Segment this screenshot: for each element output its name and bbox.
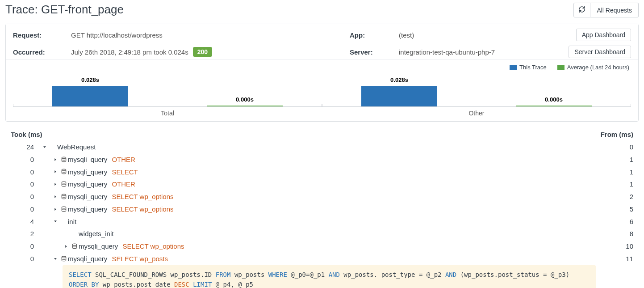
database-icon bbox=[60, 256, 68, 262]
trace-main: mysqli_querySELECT wp_options bbox=[40, 203, 598, 216]
trace-took: 24 bbox=[11, 141, 40, 153]
app-dashboard-label: App Dashboard bbox=[582, 31, 625, 38]
legend-swatch-blue bbox=[510, 65, 517, 70]
sql-token: @_p4, @_p5 bbox=[212, 281, 253, 288]
refresh-button[interactable] bbox=[573, 3, 590, 17]
trace-op-sql: OTHER bbox=[112, 178, 135, 191]
trace-took: 4 bbox=[11, 216, 40, 228]
chevron-down-icon[interactable] bbox=[51, 257, 60, 261]
sql-token: wp_posts.post_date bbox=[99, 281, 174, 288]
trace-op-name: mysqli_query bbox=[68, 153, 107, 166]
svg-point-6 bbox=[62, 256, 66, 258]
trace-op-name: mysqli_query bbox=[68, 178, 107, 191]
trace-took: 0 bbox=[11, 203, 40, 216]
svg-point-5 bbox=[72, 244, 76, 246]
page-title: Trace: GET-front_page bbox=[5, 3, 124, 17]
all-requests-button[interactable]: All Requests bbox=[590, 3, 639, 17]
trace-main: mysqli_querySELECT wp_options bbox=[40, 240, 598, 253]
sql-token: AND bbox=[329, 271, 340, 278]
chevron-right-icon[interactable] bbox=[51, 169, 60, 174]
chart-total: 0.028s 0.000s bbox=[13, 72, 322, 106]
status-badge: 200 bbox=[193, 47, 212, 57]
trace-op-name: mysqli_query bbox=[68, 166, 107, 178]
trace-main: init bbox=[40, 216, 598, 228]
sql-token: (wp_posts.post_status = @_p3) bbox=[456, 271, 569, 278]
sql-token: SQL_CALC_FOUND_ROWS wp_posts.ID bbox=[92, 271, 216, 278]
chart-other: 0.028s 0.000s bbox=[322, 72, 631, 106]
database-icon bbox=[60, 157, 68, 163]
occurred-value: July 26th 2018, 2:49:18 pm took 0.024s bbox=[71, 48, 188, 56]
trace-took: 0 bbox=[11, 240, 40, 253]
trace-from: 10 bbox=[598, 240, 633, 253]
chart-other-trace-bar bbox=[361, 86, 437, 106]
svg-point-0 bbox=[62, 157, 66, 159]
sql-token: wp_posts bbox=[230, 271, 268, 278]
chevron-right-icon[interactable] bbox=[51, 207, 60, 212]
request-label: Request: bbox=[13, 31, 71, 39]
sql-token: SELECT bbox=[69, 271, 92, 278]
chevron-right-icon[interactable] bbox=[51, 195, 60, 199]
trace-op-name: widgets_init bbox=[79, 228, 113, 240]
trace-took: 0 bbox=[11, 253, 40, 265]
trace-row[interactable]: 2widgets_init8 bbox=[11, 228, 633, 240]
sql-token: LIMIT bbox=[193, 281, 212, 288]
trace-op-name: mysqli_query bbox=[68, 191, 107, 203]
trace-row[interactable]: 0mysqli_queryOTHER1 bbox=[11, 153, 633, 166]
svg-point-3 bbox=[62, 194, 66, 196]
trace-main: WebRequest bbox=[40, 141, 598, 153]
chart-total-avg-label: 0.000s bbox=[236, 96, 254, 103]
trace-op-name: WebRequest bbox=[57, 141, 96, 153]
trace-took: 0 bbox=[11, 166, 40, 178]
chart-other-trace-label: 0.028s bbox=[390, 76, 408, 83]
chart-other-avg-label: 0.000s bbox=[545, 96, 563, 103]
chevron-right-icon[interactable] bbox=[51, 157, 60, 162]
server-dashboard-button[interactable]: Server Dashboard bbox=[569, 46, 631, 58]
chart-footer-total[interactable]: Total bbox=[13, 106, 322, 121]
server-value: integration-test-qa-ubuntu-php-7 bbox=[399, 48, 524, 56]
sql-token: FROM bbox=[216, 271, 231, 278]
trace-row[interactable]: 24WebRequest0 bbox=[11, 141, 633, 153]
server-dashboard-label: Server Dashboard bbox=[574, 48, 625, 55]
database-icon bbox=[60, 169, 68, 175]
trace-from: 0 bbox=[598, 141, 633, 153]
trace-row[interactable]: 0mysqli_querySELECT wp_options5 bbox=[11, 203, 633, 216]
sql-token: AND bbox=[445, 271, 456, 278]
svg-point-1 bbox=[62, 169, 66, 171]
trace-op-sql: OTHER bbox=[112, 153, 135, 166]
took-header: Took (ms) bbox=[11, 131, 42, 138]
sql-token: @_p0=@_p1 bbox=[287, 271, 329, 278]
trace-took: 0 bbox=[11, 178, 40, 191]
trace-op-sql: SELECT wp_posts bbox=[112, 253, 168, 265]
app-value: (test) bbox=[399, 31, 524, 39]
trace-row[interactable]: 0mysqli_querySELECT1 bbox=[11, 166, 633, 178]
app-dashboard-button[interactable]: App Dashboard bbox=[576, 29, 631, 41]
chevron-right-icon[interactable] bbox=[62, 244, 71, 249]
request-value: GET http://localhost/wordpress bbox=[71, 31, 350, 39]
trace-row[interactable]: 4init6 bbox=[11, 216, 633, 228]
trace-row[interactable]: 0mysqli_queryOTHER1 bbox=[11, 178, 633, 191]
trace-took: 2 bbox=[11, 228, 40, 240]
occurred-label: Occurred: bbox=[13, 48, 71, 56]
legend-this-trace-label: This Trace bbox=[519, 64, 547, 71]
trace-row[interactable]: 0mysqli_querySELECT wp_options10 bbox=[11, 240, 633, 253]
trace-op-sql: SELECT wp_options bbox=[122, 240, 184, 253]
chevron-down-icon[interactable] bbox=[40, 145, 49, 149]
sql-token: ORDER BY bbox=[69, 281, 99, 288]
database-icon bbox=[60, 206, 68, 212]
chevron-right-icon[interactable] bbox=[51, 182, 60, 186]
trace-from: 8 bbox=[598, 228, 633, 240]
trace-row[interactable]: 0mysqli_querySELECT wp_options2 bbox=[11, 191, 633, 203]
trace-op-name: init bbox=[68, 216, 76, 228]
app-label: App: bbox=[350, 31, 399, 39]
trace-main: mysqli_queryOTHER bbox=[40, 153, 598, 166]
chart-footer-other[interactable]: Other bbox=[322, 106, 631, 121]
trace-op-sql: SELECT wp_options bbox=[112, 191, 173, 203]
legend-average: Average (Last 24 hours) bbox=[557, 64, 629, 71]
trace-op-sql: SELECT bbox=[112, 166, 138, 178]
page-title-prefix: Trace: bbox=[5, 3, 41, 16]
trace-main: mysqli_querySELECT bbox=[40, 166, 598, 178]
chevron-down-icon[interactable] bbox=[51, 219, 60, 224]
server-label: Server: bbox=[350, 48, 399, 56]
database-icon bbox=[71, 243, 79, 250]
trace-row[interactable]: 0mysqli_querySELECT wp_posts11 bbox=[11, 253, 633, 265]
